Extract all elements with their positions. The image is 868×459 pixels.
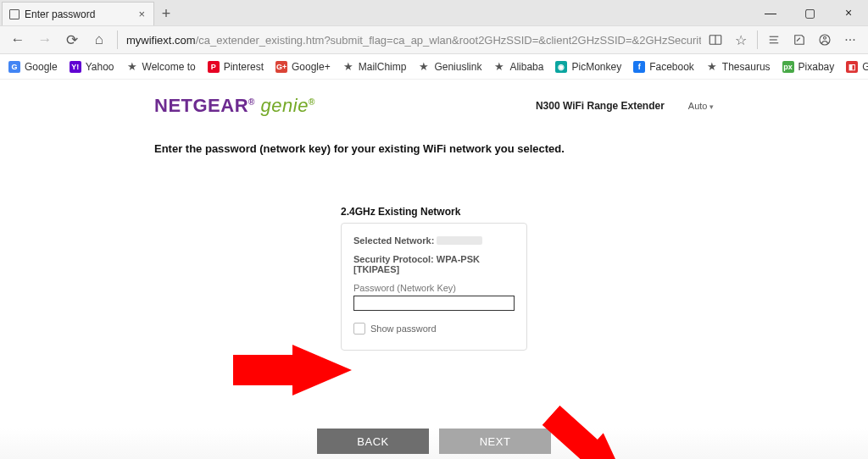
selected-network-value-redacted xyxy=(437,236,482,245)
favorite-yahoo[interactable]: Y!Yahoo xyxy=(70,61,114,73)
show-password-label: Show password xyxy=(370,324,437,334)
favorite-google-[interactable]: G+Google+ xyxy=(275,61,331,73)
window-minimize-button[interactable]: — xyxy=(751,0,790,25)
divider xyxy=(757,30,758,49)
favorite-pixabay[interactable]: pxPixabay xyxy=(782,61,835,73)
page-icon xyxy=(9,9,19,19)
favicon: f xyxy=(633,61,645,73)
favorite-label: Facebook xyxy=(649,61,694,73)
favicon: ◧ xyxy=(846,61,858,73)
favorite-gp-webmail[interactable]: ◧GP Webmail xyxy=(846,61,868,73)
favorite-alibaba[interactable]: ★Alibaba xyxy=(493,61,543,73)
favorite-pinterest[interactable]: PPinterest xyxy=(208,61,264,73)
page-content: NETGEAR® genie® N300 WiFi Range Extender… xyxy=(0,80,868,459)
network-section-title: 2.4GHz Existing Network xyxy=(341,206,714,218)
favorite-welcome-to[interactable]: ★Welcome to xyxy=(126,61,196,73)
favorite-picmonkey[interactable]: ◉PicMonkey xyxy=(555,61,621,73)
favicon: ★ xyxy=(706,61,718,73)
favorite-google[interactable]: GGoogle xyxy=(8,61,58,73)
favicon: px xyxy=(782,61,794,73)
favorite-label: GP Webmail xyxy=(862,61,868,73)
security-protocol-label: Security Protocol: xyxy=(353,254,434,264)
browser-tab[interactable]: Enter password × xyxy=(2,2,154,25)
back-button[interactable]: ← xyxy=(5,27,31,53)
tab-title: Enter password xyxy=(25,8,135,20)
favorite-label: Yahoo xyxy=(86,61,114,73)
favicon: Y! xyxy=(70,61,81,73)
share-icon[interactable] xyxy=(812,27,837,53)
password-input[interactable] xyxy=(353,296,515,311)
favorite-label: Geniuslink xyxy=(434,61,481,73)
divider xyxy=(117,30,118,49)
hub-icon[interactable] xyxy=(761,27,787,53)
page-headline: Enter the password (network key) for you… xyxy=(154,142,714,155)
favorite-label: Thesaurus xyxy=(722,61,771,73)
favorites-bar: GGoogleY!Yahoo★Welcome toPPinterestG+Goo… xyxy=(0,54,868,80)
favorite-facebook[interactable]: fFacebook xyxy=(633,61,694,73)
favicon: ★ xyxy=(342,61,354,73)
favorite-star-icon[interactable]: ☆ xyxy=(728,27,754,53)
back-button-footer[interactable]: BACK xyxy=(317,429,429,454)
favorite-thesaurus[interactable]: ★Thesaurus xyxy=(706,61,771,73)
favicon: P xyxy=(208,61,220,73)
password-label: Password (Network Key) xyxy=(353,283,515,293)
favorite-label: Pixabay xyxy=(798,61,835,73)
device-name: N300 WiFi Range Extender xyxy=(536,100,665,112)
svg-marker-8 xyxy=(233,345,352,395)
favicon: ◉ xyxy=(555,61,567,73)
web-note-icon[interactable] xyxy=(787,27,812,53)
logo-genie: genie xyxy=(261,95,309,116)
network-form-panel: Selected Network: Security Protocol: WPA… xyxy=(341,223,527,351)
favorite-label: Pinterest xyxy=(224,61,264,73)
favorite-geniuslink[interactable]: ★Geniuslink xyxy=(418,61,481,73)
favorite-label: Google xyxy=(25,61,58,73)
registered-mark: ® xyxy=(248,97,255,107)
favorite-label: Welcome to xyxy=(142,61,196,73)
close-tab-icon[interactable]: × xyxy=(135,8,148,20)
next-button-footer[interactable]: NEXT xyxy=(439,429,551,454)
favorite-label: MailChimp xyxy=(359,61,407,73)
show-password-checkbox[interactable] xyxy=(353,323,365,335)
favicon: G+ xyxy=(275,61,287,73)
forward-button[interactable]: → xyxy=(32,27,58,53)
favorite-mailchimp[interactable]: ★MailChimp xyxy=(342,61,407,73)
favorite-label: PicMonkey xyxy=(571,61,621,73)
window-maximize-button[interactable]: ▢ xyxy=(790,0,829,25)
favicon: ★ xyxy=(126,61,138,73)
selected-network-label: Selected Network: xyxy=(353,235,434,246)
favicon: ★ xyxy=(493,61,505,73)
reading-view-icon[interactable] xyxy=(703,27,728,53)
more-icon[interactable]: ··· xyxy=(837,27,863,53)
new-tab-button[interactable]: + xyxy=(154,2,178,25)
registered-mark: ® xyxy=(309,97,315,107)
favorite-label: Alibaba xyxy=(509,61,543,73)
annotation-arrow-password xyxy=(233,345,352,395)
home-button[interactable]: ⌂ xyxy=(86,27,112,53)
refresh-button[interactable]: ⟳ xyxy=(59,27,85,53)
language-dropdown[interactable]: Auto xyxy=(688,101,714,111)
window-close-button[interactable]: × xyxy=(829,0,868,25)
favicon: ★ xyxy=(418,61,430,73)
logo-netgear: NETGEAR xyxy=(154,95,248,116)
favicon: G xyxy=(8,61,20,73)
favorite-label: Google+ xyxy=(292,61,331,73)
svg-line-5 xyxy=(797,38,800,41)
url-host: mywifiext.com xyxy=(126,34,196,47)
address-bar[interactable]: mywifiext.com/ca_extender_existing.htm?s… xyxy=(123,30,701,50)
url-path: /ca_extender_existing.htm?submit_flag=ca… xyxy=(196,34,701,47)
svg-point-7 xyxy=(824,36,826,39)
netgear-genie-logo: NETGEAR® genie® xyxy=(154,95,315,117)
